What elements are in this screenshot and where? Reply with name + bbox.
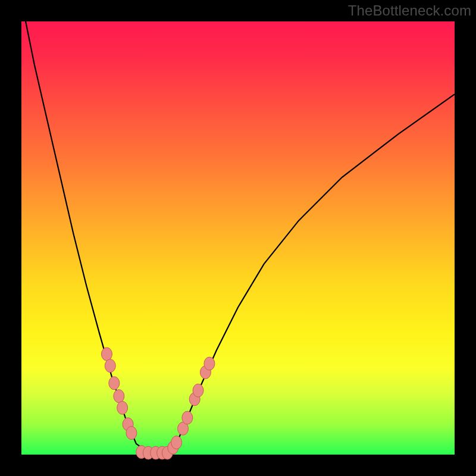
curve-right-path xyxy=(169,94,455,453)
bead-marker xyxy=(105,359,115,372)
watermark-text: TheBottleneck.com xyxy=(348,2,471,19)
bead-marker xyxy=(182,411,193,424)
bead-marker xyxy=(109,377,120,390)
bead-marker xyxy=(126,427,137,440)
beads-group xyxy=(101,347,215,459)
chart-overlay xyxy=(21,21,455,455)
bead-marker xyxy=(193,384,203,397)
curve-left-path xyxy=(21,1,149,453)
bead-marker xyxy=(114,390,124,403)
chart-frame: TheBottleneck.com xyxy=(0,0,476,476)
bead-marker xyxy=(101,347,112,361)
bead-marker xyxy=(204,357,215,370)
bead-marker xyxy=(171,436,182,449)
plot-area xyxy=(21,21,455,455)
bead-marker xyxy=(117,401,128,414)
